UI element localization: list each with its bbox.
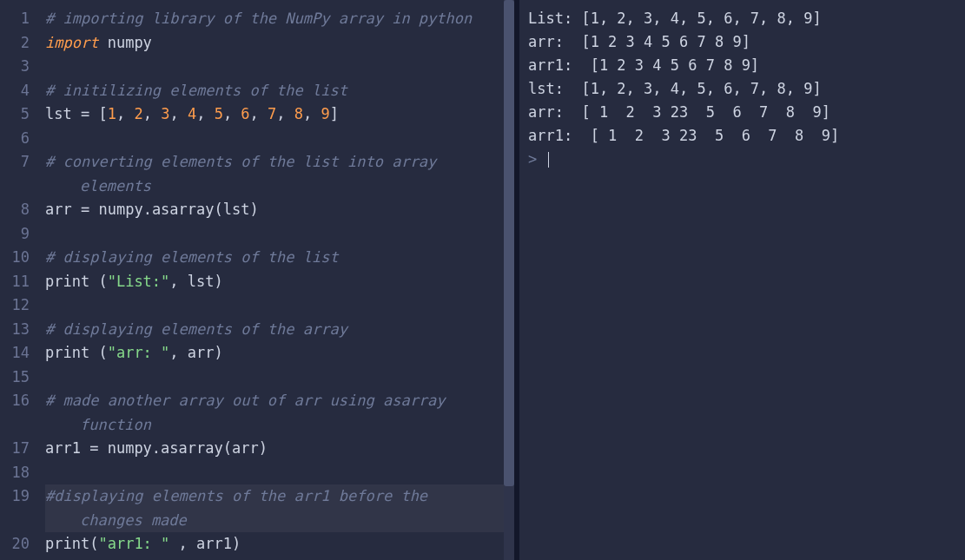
line-number: 11 <box>0 270 30 294</box>
editor-scrollbar-track[interactable] <box>504 0 514 560</box>
code-line[interactable]: #displaying elements of the arr1 before … <box>45 484 514 509</box>
line-number: 5 <box>0 102 30 127</box>
line-number: 8 <box>0 198 30 222</box>
code-line[interactable]: print ("arr: ", arr) <box>45 341 514 366</box>
code-line[interactable]: arr = numpy.asarray(lst) <box>45 198 514 222</box>
ide-root: 1234567891011121314151617181920 # import… <box>0 0 965 560</box>
line-number: 2 <box>0 31 30 56</box>
code-line[interactable]: import numpy <box>45 31 514 56</box>
line-number: 16 <box>0 389 30 413</box>
output-line: List: [1, 2, 3, 4, 5, 6, 7, 8, 9] <box>528 7 965 30</box>
code-line[interactable] <box>45 127 514 151</box>
code-line-wrap[interactable]: changes made <box>45 509 514 533</box>
line-number: 12 <box>0 293 30 318</box>
output-pane[interactable]: List: [1, 2, 3, 4, 5, 6, 7, 8, 9]arr: [1… <box>519 0 965 560</box>
line-number: 14 <box>0 341 30 366</box>
line-number: 4 <box>0 79 30 103</box>
output-line: arr: [ 1 2 3 23 5 6 7 8 9] <box>528 101 965 124</box>
output-line: arr1: [ 1 2 3 23 5 6 7 8 9] <box>528 124 965 148</box>
line-number: 9 <box>0 222 30 247</box>
output-line: arr1: [1 2 3 4 5 6 7 8 9] <box>528 54 965 77</box>
code-line[interactable]: # displaying elements of the array <box>45 318 514 342</box>
code-line[interactable]: # made another array out of arr using as… <box>45 389 514 413</box>
output-line: lst: [1, 2, 3, 4, 5, 6, 7, 8, 9] <box>528 77 965 101</box>
code-line[interactable]: # importing library of the NumPy array i… <box>45 7 514 31</box>
editor-pane[interactable]: 1234567891011121314151617181920 # import… <box>0 0 514 560</box>
cursor <box>548 152 549 168</box>
code-line[interactable]: lst = [1, 2, 3, 4, 5, 6, 7, 8, 9] <box>45 102 514 127</box>
line-number: 13 <box>0 318 30 342</box>
code-line-wrap[interactable]: elements <box>45 175 514 199</box>
code-line[interactable]: arr1 = numpy.asarray(arr) <box>45 437 514 461</box>
code-line[interactable] <box>45 461 514 485</box>
line-number: 3 <box>0 55 30 79</box>
output-prompt[interactable]: > <box>528 148 965 171</box>
line-number: 1 <box>0 7 30 31</box>
code-line[interactable]: # initilizing elements of the list <box>45 79 514 103</box>
code-area[interactable]: # importing library of the NumPy array i… <box>38 0 514 560</box>
code-line[interactable] <box>45 293 514 318</box>
line-number: 18 <box>0 461 30 485</box>
output-line: arr: [1 2 3 4 5 6 7 8 9] <box>528 30 965 54</box>
code-line[interactable]: # displaying elements of the list <box>45 246 514 270</box>
line-number: 17 <box>0 437 30 461</box>
editor-scrollbar-thumb[interactable] <box>504 0 514 486</box>
line-number: 15 <box>0 366 30 390</box>
line-number: 7 <box>0 150 30 175</box>
line-number-gutter: 1234567891011121314151617181920 <box>0 0 38 560</box>
code-line[interactable]: # converting elements of the list into a… <box>45 150 514 175</box>
line-number: 6 <box>0 127 30 151</box>
code-line[interactable] <box>45 55 514 79</box>
line-number: 19 <box>0 484 30 509</box>
line-number: 10 <box>0 246 30 270</box>
line-number: 20 <box>0 532 30 557</box>
code-line[interactable] <box>45 366 514 390</box>
code-line[interactable]: print ("List:", lst) <box>45 270 514 294</box>
code-line[interactable]: print("arr1: " , arr1) <box>45 532 514 557</box>
code-line-wrap[interactable]: function <box>45 413 514 438</box>
code-line[interactable] <box>45 222 514 247</box>
